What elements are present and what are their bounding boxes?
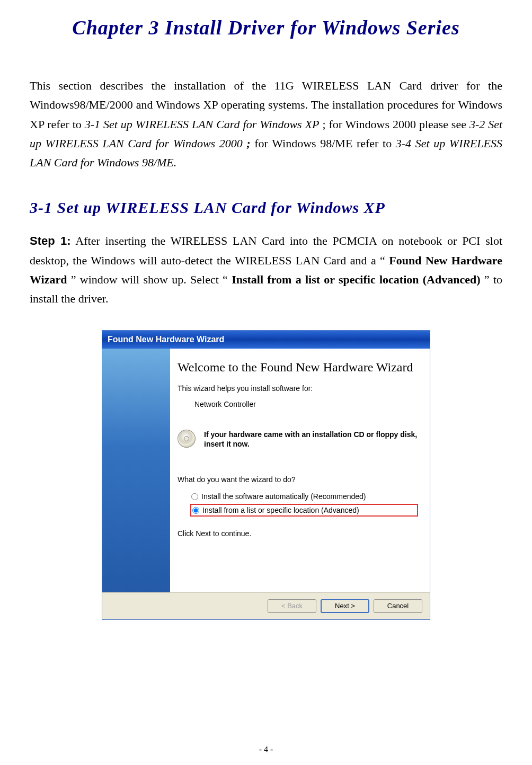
cd-icon — [178, 430, 200, 452]
wizard-title: Found New Hardware Wizard — [108, 335, 224, 344]
intro-sep: ; — [246, 137, 254, 150]
wizard-button-bar: < Back Next > Cancel — [102, 592, 430, 619]
next-button[interactable]: Next > — [321, 599, 369, 613]
step-label: Step 1: — [30, 234, 71, 247]
intro-paragraph: This section describes the installation … — [30, 76, 502, 172]
section-title: 3-1 Set up WIRELESS LAN Card for Windows… — [30, 199, 502, 217]
wizard-continue-text: Click Next to continue. — [178, 529, 418, 538]
page-number: - 4 - — [0, 745, 532, 754]
found-new-hardware-wizard-dialog: Found New Hardware Wizard Welcome to the… — [102, 330, 430, 620]
intro-ref-1: 3-1 Set up WIRELESS LAN Card for Windows… — [85, 118, 320, 131]
radio-auto-install[interactable]: Install the software automatically (Reco… — [190, 491, 418, 502]
wizard-cd-instruction: If your hardware came with an installati… — [204, 430, 418, 449]
step-text: ” window will show up. Select “ — [71, 273, 228, 286]
wizard-device-name: Network Controller — [194, 400, 418, 408]
radio-auto-label: Install the software automatically (Reco… — [201, 492, 366, 501]
back-button: < Back — [268, 599, 316, 613]
step-1-paragraph: Step 1: After inserting the WIRELESS LAN… — [30, 232, 502, 308]
cancel-button[interactable]: Cancel — [374, 599, 422, 613]
radio-specific-label: Install from a list or specific location… — [202, 506, 359, 514]
wizard-sidebar-image — [102, 349, 170, 592]
radio-specific-input[interactable] — [192, 507, 199, 514]
wizard-help-text: This wizard helps you install software f… — [178, 384, 418, 393]
intro-text: ; for Windows 2000 please see — [322, 118, 469, 131]
radio-auto-input[interactable] — [191, 493, 198, 500]
step-bold: Install from a list or specific location… — [232, 273, 480, 286]
wizard-titlebar[interactable]: Found New Hardware Wizard — [102, 331, 430, 349]
intro-text: for Windows 98/ME refer to — [254, 137, 395, 150]
radio-specific-location[interactable]: Install from a list or specific location… — [190, 504, 418, 517]
wizard-heading: Welcome to the Found New Hardware Wizard — [178, 360, 418, 375]
chapter-title: Chapter 3 Install Driver for Windows Ser… — [30, 16, 502, 39]
wizard-question: What do you want the wizard to do? — [178, 475, 418, 484]
